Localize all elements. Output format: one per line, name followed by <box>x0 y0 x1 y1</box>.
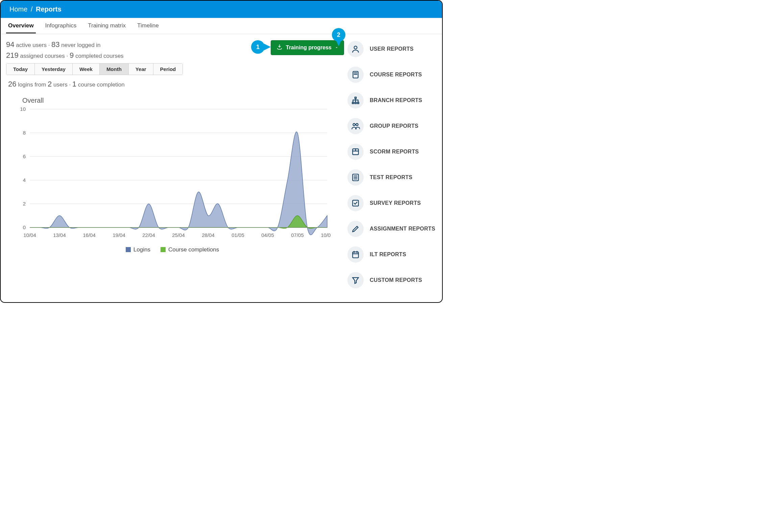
svg-rect-41 <box>352 200 358 206</box>
period-logins-count: 26 <box>8 80 16 88</box>
range-month[interactable]: Month <box>100 64 129 75</box>
tabs: OverviewInfographicsTraining matrixTimel… <box>1 18 442 34</box>
svg-text:10/05: 10/05 <box>321 232 331 238</box>
svg-text:13/04: 13/04 <box>53 232 66 238</box>
sidebar-item-assignment-reports[interactable]: ASSIGNMENT REPORTS <box>347 221 439 237</box>
completed-courses-count: 9 <box>70 51 74 59</box>
period-users-count: 2 <box>48 80 52 88</box>
assigned-courses-count: 219 <box>6 51 19 59</box>
svg-text:2: 2 <box>23 201 26 207</box>
svg-text:04/05: 04/05 <box>261 232 274 238</box>
sidebar-item-label: COURSE REPORTS <box>370 72 422 78</box>
range-yesterday[interactable]: Yesterday <box>35 64 73 75</box>
svg-text:8: 8 <box>23 130 26 136</box>
sidebar-item-label: GROUP REPORTS <box>370 123 418 129</box>
sidebar-item-branch-reports[interactable]: BRANCH REPORTS <box>347 92 439 108</box>
training-progress-button[interactable]: Training progress <box>271 40 344 55</box>
sidebar-item-label: SCORM REPORTS <box>370 149 419 155</box>
period-completions-label: course completion <box>78 81 125 88</box>
sidebar-item-ilt-reports[interactable]: ILT REPORTS <box>347 246 439 263</box>
svg-text:6: 6 <box>23 153 26 159</box>
svg-text:25/04: 25/04 <box>172 232 185 238</box>
report-sidebar: USER REPORTSCOURSE REPORTSBRANCH REPORTS… <box>344 34 442 299</box>
sidebar-item-label: ASSIGNMENT REPORTS <box>370 226 435 232</box>
range-period[interactable]: Period <box>153 64 183 75</box>
calendar-icon <box>347 246 364 263</box>
breadcrumb-current: Reports <box>36 5 62 13</box>
user-icon <box>347 41 364 57</box>
time-range-selector: TodayYesterdayWeekMonthYearPeriod <box>6 63 183 75</box>
sidebar-item-label: BRANCH REPORTS <box>370 97 422 103</box>
svg-point-24 <box>354 46 357 49</box>
svg-text:10/04: 10/04 <box>23 232 36 238</box>
never-logged-label: never logged in <box>61 42 100 48</box>
download-icon <box>276 44 283 51</box>
svg-text:28/04: 28/04 <box>202 232 215 238</box>
svg-rect-42 <box>352 252 358 258</box>
funnel-icon <box>347 272 364 288</box>
sidebar-item-survey-reports[interactable]: SURVEY REPORTS <box>347 195 439 211</box>
svg-text:0: 0 <box>23 224 26 230</box>
svg-text:07/05: 07/05 <box>291 232 304 238</box>
legend-completions: Course completions <box>168 246 219 253</box>
sidebar-item-scorm-reports[interactable]: SCORM REPORTS <box>347 144 439 160</box>
period-users-label: users <box>53 81 68 88</box>
svg-text:4: 4 <box>23 177 26 183</box>
pen-icon <box>347 221 364 237</box>
sidebar-item-label: USER REPORTS <box>370 46 414 52</box>
check-icon <box>347 195 364 211</box>
callout-2: 2 <box>332 28 345 42</box>
tab-overview[interactable]: Overview <box>6 18 36 33</box>
range-year[interactable]: Year <box>129 64 153 75</box>
active-users-label: active users <box>16 42 47 48</box>
completed-courses-label: completed courses <box>75 53 124 59</box>
range-week[interactable]: Week <box>73 64 100 75</box>
legend-logins: Logins <box>133 246 150 253</box>
chart-title: Overall <box>22 97 339 104</box>
svg-point-33 <box>356 123 358 126</box>
period-logins-label: logins from <box>18 81 46 88</box>
svg-text:22/04: 22/04 <box>142 232 155 238</box>
svg-point-32 <box>353 123 355 126</box>
training-progress-label: Training progress <box>286 45 332 51</box>
sidebar-item-label: CUSTOM REPORTS <box>370 277 422 283</box>
sidebar-item-user-reports[interactable]: USER REPORTS <box>347 41 439 57</box>
breadcrumb: Home / Reports <box>1 1 442 18</box>
box-icon <box>347 144 364 160</box>
sidebar-item-label: ILT REPORTS <box>370 251 406 258</box>
sidebar-item-test-reports[interactable]: TEST REPORTS <box>347 169 439 186</box>
sidebar-item-label: SURVEY REPORTS <box>370 200 421 206</box>
svg-text:16/04: 16/04 <box>83 232 96 238</box>
svg-text:10: 10 <box>20 106 26 112</box>
range-today[interactable]: Today <box>6 64 35 75</box>
list-icon <box>347 169 364 186</box>
period-completions-count: 1 <box>72 80 76 88</box>
chart-legend: Logins Course completions <box>6 246 339 253</box>
sidebar-item-course-reports[interactable]: COURSE REPORTS <box>347 67 439 83</box>
group-icon <box>347 118 364 134</box>
tab-timeline[interactable]: Timeline <box>135 18 161 33</box>
svg-text:01/05: 01/05 <box>232 232 244 238</box>
sidebar-item-custom-reports[interactable]: CUSTOM REPORTS <box>347 272 439 288</box>
tab-infographics[interactable]: Infographics <box>43 18 79 33</box>
breadcrumb-home[interactable]: Home <box>9 5 27 13</box>
assigned-courses-label: assigned courses <box>20 53 65 59</box>
sidebar-item-group-reports[interactable]: GROUP REPORTS <box>347 118 439 134</box>
overall-chart: 024681010/0413/0416/0419/0422/0425/0428/… <box>6 106 331 244</box>
callout-1: 1 <box>251 40 265 54</box>
tab-training-matrix[interactable]: Training matrix <box>86 18 128 33</box>
branch-icon <box>347 92 364 108</box>
never-logged-count: 83 <box>51 40 59 49</box>
svg-text:19/04: 19/04 <box>113 232 125 238</box>
active-users-count: 94 <box>6 40 14 49</box>
period-stats: 26 logins from 2 users · 1 course comple… <box>8 80 339 89</box>
book-icon <box>347 67 364 83</box>
sidebar-item-label: TEST REPORTS <box>370 174 412 180</box>
